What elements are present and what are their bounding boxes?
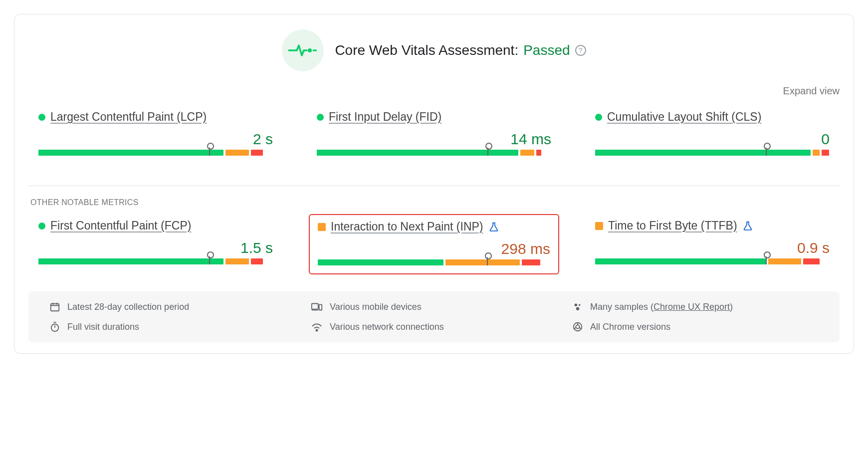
- metric-inp: Interaction to Next Paint (INP) 298 ms: [309, 214, 559, 274]
- crux-report-link[interactable]: Chrome UX Report: [653, 302, 730, 312]
- distribution-bar: [38, 150, 273, 156]
- info-devices: Various mobile devices: [311, 301, 557, 312]
- svg-rect-4: [319, 304, 322, 310]
- metric-value: 0.9 s: [595, 239, 830, 256]
- metric-lcp: Largest Contentful Paint (LCP) 2 s: [30, 105, 281, 164]
- metric-name[interactable]: First Input Delay (FID): [329, 110, 441, 124]
- svg-rect-3: [312, 304, 318, 309]
- info-durations: Full visit durations: [49, 321, 296, 332]
- stopwatch-icon: [49, 321, 60, 332]
- distribution-bar: [318, 259, 550, 265]
- svg-rect-2: [51, 304, 59, 311]
- info-samples: Many samples (Chrome UX Report): [572, 301, 819, 312]
- svg-point-7: [576, 307, 579, 310]
- status-dot-good: [38, 223, 45, 230]
- divider: [28, 186, 840, 186]
- metric-ttfb: Time to First Byte (TTFB) 0.9 s: [587, 214, 838, 274]
- header: Core Web Vitals Assessment: Passed ?: [28, 29, 840, 71]
- svg-point-8: [51, 324, 59, 332]
- svg-rect-1: [313, 49, 317, 51]
- help-icon[interactable]: ?: [575, 45, 586, 56]
- info-network: Various network connections: [311, 321, 557, 332]
- svg-point-5: [575, 304, 578, 307]
- calendar-icon: [49, 301, 60, 312]
- distribution-bar: [317, 150, 551, 156]
- distribution-bar: [595, 258, 830, 264]
- metric-value: 0: [595, 131, 830, 148]
- status-dot-good: [38, 114, 45, 121]
- status-dot-good: [595, 114, 602, 121]
- metric-value: 2 s: [38, 131, 273, 148]
- metric-cls: Cumulative Layout Shift (CLS) 0: [587, 105, 838, 164]
- status-dot-good: [317, 114, 324, 121]
- samples-icon: [572, 301, 583, 312]
- info-collection-period: Latest 28-day collection period: [49, 301, 296, 312]
- info-chrome: All Chrome versions: [572, 321, 819, 332]
- status-square-warn: [318, 223, 326, 231]
- metric-name[interactable]: First Contentful Paint (FCP): [50, 219, 191, 232]
- svg-point-9: [316, 330, 318, 331]
- vitals-pulse-icon: [282, 29, 324, 71]
- expand-view-button[interactable]: Expand view: [783, 85, 840, 97]
- other-metrics-label: OTHER NOTABLE METRICS: [30, 198, 840, 207]
- metric-value: 298 ms: [318, 240, 550, 257]
- distribution-bar: [38, 258, 273, 264]
- metric-name[interactable]: Time to First Byte (TTFB): [608, 219, 737, 232]
- svg-point-6: [579, 304, 581, 306]
- svg-point-11: [576, 325, 579, 328]
- core-metrics-row: Largest Contentful Paint (LCP) 2 s First…: [28, 105, 840, 164]
- assessment-prefix: Core Web Vitals Assessment:: [335, 42, 518, 58]
- svg-point-0: [308, 48, 312, 52]
- assessment-title: Core Web Vitals Assessment: Passed ?: [335, 42, 586, 58]
- cwv-card: Core Web Vitals Assessment: Passed ? Exp…: [14, 14, 854, 354]
- experimental-flask-icon[interactable]: [488, 222, 499, 232]
- devices-icon: [311, 301, 323, 312]
- chrome-icon: [572, 321, 583, 332]
- metric-name[interactable]: Cumulative Layout Shift (CLS): [607, 110, 761, 124]
- metric-fcp: First Contentful Paint (FCP) 1.5 s: [30, 214, 281, 274]
- other-metrics-row: First Contentful Paint (FCP) 1.5 s Inter…: [28, 214, 840, 274]
- metric-name[interactable]: Largest Contentful Paint (LCP): [50, 110, 207, 124]
- metric-value: 14 ms: [317, 131, 551, 148]
- footer-info: Latest 28-day collection period Various …: [28, 291, 840, 342]
- assessment-status: Passed: [523, 42, 570, 58]
- metric-name[interactable]: Interaction to Next Paint (INP): [331, 220, 483, 233]
- metric-fid: First Input Delay (FID) 14 ms: [309, 105, 559, 164]
- distribution-bar: [595, 150, 830, 156]
- network-icon: [311, 321, 323, 332]
- status-square-warn: [595, 222, 603, 230]
- experimental-flask-icon[interactable]: [742, 221, 753, 231]
- metric-value: 1.5 s: [38, 239, 273, 256]
